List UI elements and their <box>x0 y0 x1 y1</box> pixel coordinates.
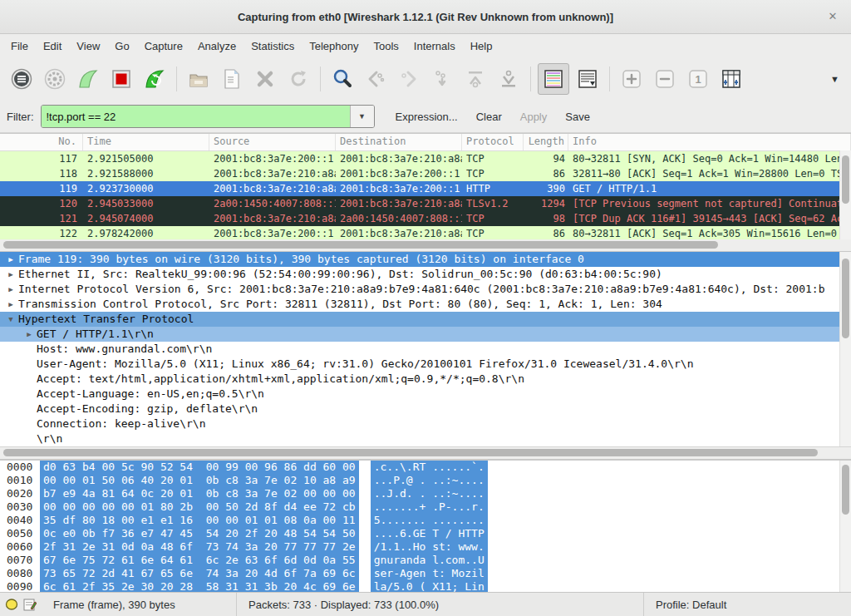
go-back-icon[interactable] <box>361 64 391 94</box>
expander-right-icon[interactable]: ▶ <box>3 252 18 267</box>
go-forward-icon[interactable] <box>394 64 424 94</box>
menu-item-internals[interactable]: Internals <box>406 37 463 56</box>
restart-capture-icon[interactable] <box>140 64 170 94</box>
detail-row[interactable]: Accept-Encoding: gzip, deflate\r\n <box>0 402 851 416</box>
packet-list-hscrollbar[interactable] <box>0 239 851 252</box>
hex-row[interactable]: 007067 6e 75 72 61 6e 64 61 6c 2e 63 6f … <box>0 554 851 567</box>
menu-item-edit[interactable]: Edit <box>36 37 69 56</box>
bytes-vscrollbar[interactable] <box>839 461 851 592</box>
hex-row[interactable]: 00906c 61 2f 35 2e 30 20 28 58 31 31 3b … <box>0 580 851 592</box>
detail-row[interactable]: Connection: keep-alive\r\n <box>0 416 851 431</box>
filter-input[interactable] <box>42 106 350 127</box>
column-header-destination[interactable]: Destination <box>336 134 462 150</box>
expert-info-icon[interactable] <box>5 599 18 610</box>
details-hscrollbar[interactable] <box>0 446 851 460</box>
start-capture-icon[interactable] <box>73 64 103 94</box>
save-file-icon[interactable] <box>217 64 247 94</box>
expander-right-icon[interactable]: ▶ <box>3 267 18 282</box>
find-packet-icon[interactable] <box>327 64 357 94</box>
expander-down-icon[interactable]: ▼ <box>3 312 18 327</box>
menu-item-statistics[interactable]: Statistics <box>243 37 302 56</box>
filter-button-apply[interactable]: Apply <box>511 106 557 127</box>
scrollbar-thumb[interactable] <box>3 449 818 456</box>
menu-item-view[interactable]: View <box>69 37 107 56</box>
column-header-time[interactable]: Time <box>83 134 209 150</box>
hex-bytes: b7 e9 4a 81 64 0c 20 01 0b c8 3a 7e 02 0… <box>40 487 359 500</box>
hex-row[interactable]: 001000 00 01 50 06 40 20 01 0b c8 3a 7e … <box>0 474 851 487</box>
go-to-bottom-icon[interactable] <box>494 64 524 94</box>
column-header-no[interactable]: No. <box>0 134 83 150</box>
capture-comments-icon[interactable] <box>23 598 37 611</box>
detail-row[interactable]: ▶Ethernet II, Src: RealtekU_99:00:96 (52… <box>0 267 851 282</box>
detail-row[interactable]: ▶Transmission Control Protocol, Src Port… <box>0 297 851 312</box>
list-interfaces-icon[interactable] <box>7 64 37 94</box>
scrollbar-thumb[interactable] <box>842 465 849 515</box>
expander-right-icon[interactable]: ▶ <box>22 327 37 342</box>
close-file-icon[interactable] <box>250 64 280 94</box>
packet-row[interactable]: 1182.9215880002001:bc8:3a7e:210:a8a92001… <box>0 166 851 181</box>
menu-item-analyze[interactable]: Analyze <box>190 37 243 56</box>
detail-row[interactable]: ▶GET / HTTP/1.1\r\n <box>0 327 851 342</box>
hex-bytes: 67 6e 75 72 61 6e 64 61 6c 2e 63 6f 6d 0… <box>40 554 359 567</box>
reload-icon[interactable] <box>283 64 313 94</box>
hex-row[interactable]: 0000d0 63 b4 00 5c 90 52 54 00 99 00 96 … <box>0 461 851 474</box>
hex-row[interactable]: 00602f 31 2e 31 0d 0a 48 6f 73 74 3a 20 … <box>0 540 851 554</box>
colorize-toggle[interactable] <box>538 63 569 95</box>
toolbar-overflow-arrow[interactable]: ▼ <box>830 74 839 84</box>
zoom-100-icon[interactable]: 1 <box>683 64 713 94</box>
open-file-icon[interactable] <box>184 64 214 94</box>
detail-text: Accept-Encoding: gzip, deflate\r\n <box>37 402 258 416</box>
go-to-top-icon[interactable] <box>460 64 490 94</box>
column-header-source[interactable]: Source <box>209 134 336 150</box>
stop-capture-icon[interactable] <box>106 64 136 94</box>
hex-row[interactable]: 004035 df 80 18 00 e1 e1 16 00 00 01 01 … <box>0 514 851 527</box>
cell-source: 2001:bc8:3a7e:210:a8a9 <box>209 181 336 196</box>
chevron-right-glyph <box>398 68 420 90</box>
column-header-info[interactable]: Info <box>568 134 851 150</box>
detail-row[interactable]: User-Agent: Mozilla/5.0 (X11; Linux x86_… <box>0 357 851 372</box>
zoom-in-icon[interactable] <box>617 64 647 94</box>
packet-row[interactable]: 1192.9237300002001:bc8:3a7e:210:a8a92001… <box>0 181 851 196</box>
autoscroll-toggle[interactable] <box>573 64 603 94</box>
packet-row[interactable]: 1202.9450330002a00:1450:4007:808::102001… <box>0 196 851 211</box>
scrollbar-thumb[interactable] <box>3 241 718 249</box>
resize-columns-icon[interactable] <box>716 64 746 94</box>
detail-row[interactable]: \r\n <box>0 431 851 446</box>
column-header-length[interactable]: Length <box>524 134 568 150</box>
filter-dropdown-icon[interactable]: ▼ <box>350 106 374 127</box>
filter-button-expression[interactable]: Expression... <box>386 106 467 127</box>
filter-button-clear[interactable]: Clear <box>467 106 511 127</box>
hex-row[interactable]: 003000 00 00 00 00 01 80 2b 00 50 2d 8f … <box>0 500 851 514</box>
scrollbar-thumb[interactable] <box>842 155 849 204</box>
close-window-icon[interactable]: ✕ <box>824 8 841 25</box>
filter-button-save[interactable]: Save <box>556 106 599 127</box>
hex-row[interactable]: 0020b7 e9 4a 81 64 0c 20 01 0b c8 3a 7e … <box>0 487 851 500</box>
menu-item-file[interactable]: File <box>3 37 36 56</box>
expander-right-icon[interactable]: ▶ <box>3 282 18 297</box>
status-profile[interactable]: Profile: Default <box>644 593 851 616</box>
menu-item-capture[interactable]: Capture <box>137 37 190 56</box>
detail-row[interactable]: ▶Frame 119: 390 bytes on wire (3120 bits… <box>0 252 851 267</box>
hex-row[interactable]: 00500c e0 0b f7 36 e7 47 45 54 20 2f 20 … <box>0 527 851 540</box>
detail-row[interactable]: Accept-Language: en-US,en;q=0.5\r\n <box>0 387 851 402</box>
details-vscrollbar[interactable] <box>839 252 851 446</box>
expander-right-icon[interactable]: ▶ <box>3 297 18 312</box>
menu-item-go[interactable]: Go <box>107 37 136 56</box>
detail-row[interactable]: ▼Hypertext Transfer Protocol <box>0 312 851 327</box>
packet-row[interactable]: 1222.9782420002001:bc8:3a7e:200::12001:b… <box>0 226 851 239</box>
scrollbar-thumb[interactable] <box>842 259 849 338</box>
packet-row[interactable]: 1212.9450740002001:bc8:3a7e:210:a8a92a00… <box>0 211 851 226</box>
column-header-protocol[interactable]: Protocol <box>462 134 524 150</box>
zoom-out-icon[interactable] <box>650 64 680 94</box>
packet-list-vscrollbar[interactable] <box>839 150 851 239</box>
menu-item-tools[interactable]: Tools <box>366 37 406 56</box>
hex-row[interactable]: 008073 65 72 2d 41 67 65 6e 74 3a 20 4d … <box>0 567 851 580</box>
detail-row[interactable]: Accept: text/html,application/xhtml+xml,… <box>0 372 851 387</box>
packet-row[interactable]: 1172.9215050002001:bc8:3a7e:200::12001:b… <box>0 151 851 166</box>
menu-item-help[interactable]: Help <box>463 37 500 56</box>
capture-options-icon[interactable] <box>40 64 70 94</box>
go-to-packet-icon[interactable] <box>427 64 457 94</box>
detail-row[interactable]: Host: www.gnurandal.com\r\n <box>0 342 851 357</box>
detail-row[interactable]: ▶Internet Protocol Version 6, Src: 2001:… <box>0 282 851 297</box>
menu-item-telephony[interactable]: Telephony <box>302 37 366 56</box>
